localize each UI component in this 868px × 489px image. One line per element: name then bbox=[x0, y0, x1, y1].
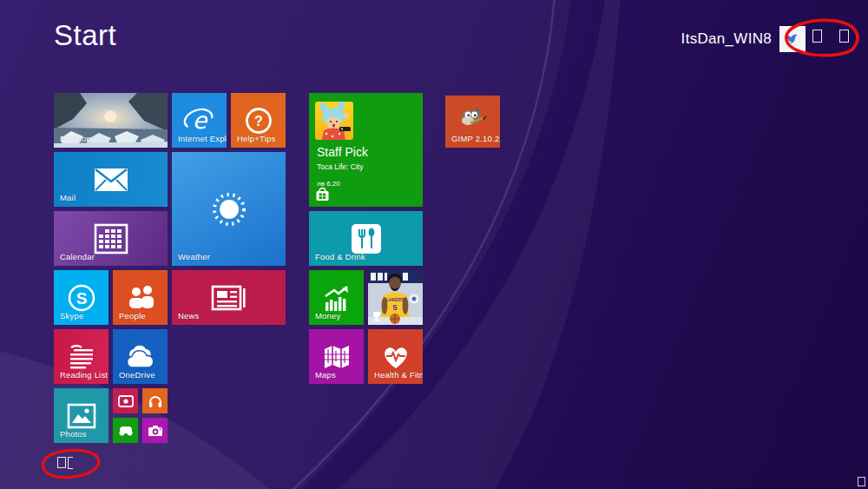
tile-label: Reading List app bbox=[60, 370, 108, 380]
store-app-title: Toca Life: City bbox=[317, 162, 363, 171]
tile-photos[interactable]: Photos bbox=[54, 388, 108, 443]
tile-label: People bbox=[119, 311, 146, 320]
svg-text:?: ? bbox=[254, 114, 263, 129]
tile-label: News bbox=[178, 311, 200, 320]
svg-text:5: 5 bbox=[392, 303, 397, 312]
tile-mail[interactable]: Mail bbox=[54, 152, 168, 207]
down-arrow-glyph-placeholder bbox=[57, 457, 66, 468]
tile-music[interactable] bbox=[142, 388, 168, 413]
tile-label: OneDrive bbox=[119, 370, 155, 380]
tile-games[interactable] bbox=[113, 418, 138, 443]
blue-bird-icon bbox=[783, 30, 802, 49]
money-chart-icon bbox=[321, 283, 352, 313]
tile-money[interactable]: Money bbox=[309, 270, 364, 325]
tile-sports-photo[interactable]: LAKERS 5 bbox=[368, 270, 423, 325]
page-title: Start bbox=[54, 19, 116, 52]
corner-glyph-placeholder bbox=[858, 477, 865, 486]
tile-calendar[interactable]: Calendar bbox=[54, 211, 168, 266]
avatar[interactable] bbox=[779, 26, 806, 52]
tile-label: Weather bbox=[178, 252, 210, 261]
lakers-player-photo: LAKERS 5 bbox=[368, 270, 423, 325]
tile-desktop[interactable]: Desktop bbox=[54, 93, 168, 148]
tile-label: Desktop bbox=[60, 134, 91, 143]
photos-icon bbox=[67, 403, 96, 429]
sun-icon bbox=[205, 185, 253, 234]
fork-spoon-icon bbox=[350, 222, 383, 255]
tile-label: Money bbox=[315, 311, 341, 320]
user-tile-name[interactable]: ItsDan_WIN8 bbox=[681, 30, 772, 48]
tile-store-staff-pick[interactable]: Staff Pick Toca Life: City лв 6.20 bbox=[309, 93, 423, 207]
calendar-icon bbox=[94, 223, 128, 254]
tile-label: Internet Explorer bbox=[178, 134, 227, 143]
headphones-icon bbox=[148, 394, 163, 408]
tile-label: Food & Drink bbox=[315, 252, 365, 261]
glyph-placeholder-bracket bbox=[68, 457, 73, 469]
svg-text:LAKERS: LAKERS bbox=[386, 297, 404, 302]
tile-camera[interactable] bbox=[142, 418, 168, 443]
maps-icon bbox=[321, 343, 352, 371]
power-button[interactable] bbox=[812, 30, 822, 43]
svg-text:S: S bbox=[76, 289, 87, 307]
ie-logo-icon: e bbox=[183, 104, 216, 137]
gimp-wilber-icon bbox=[457, 105, 490, 131]
toca-life-city-artwork bbox=[315, 102, 353, 140]
tile-weather[interactable]: Weather bbox=[172, 152, 286, 266]
mail-envelope-icon bbox=[94, 168, 128, 192]
tile-label: Skype bbox=[60, 311, 83, 320]
store-staff-pick-heading: Staff Pick bbox=[317, 145, 368, 159]
tile-label: Mail bbox=[60, 193, 76, 202]
store-bag-icon bbox=[315, 187, 330, 202]
tile-news[interactable]: News bbox=[172, 270, 286, 325]
reading-list-icon bbox=[66, 343, 97, 371]
search-button[interactable] bbox=[839, 30, 849, 43]
tile-gimp[interactable]: GIMP 2.10.22 bbox=[445, 96, 500, 148]
tile-label: GIMP 2.10.22 bbox=[451, 134, 500, 143]
onedrive-clouds-icon bbox=[123, 345, 158, 369]
tile-onedrive[interactable]: OneDrive bbox=[113, 329, 168, 384]
newspaper-icon bbox=[211, 284, 247, 312]
tile-label: Maps bbox=[315, 370, 336, 380]
tile-label: Photos bbox=[60, 429, 87, 439]
tile-help-tips[interactable]: ? Help+Tips bbox=[231, 93, 286, 148]
heart-pulse-icon bbox=[380, 343, 411, 371]
tile-food-drink[interactable]: Food & Drink bbox=[309, 211, 423, 266]
tile-label: Health & Fitness bbox=[374, 370, 423, 380]
tile-health-fitness[interactable]: Health & Fitness bbox=[368, 329, 423, 384]
tile-video[interactable] bbox=[113, 388, 138, 413]
start-screen: Start ItsDan_WIN8 bbox=[0, 0, 868, 489]
tile-people[interactable]: People bbox=[113, 270, 168, 325]
help-question-icon: ? bbox=[244, 106, 273, 135]
tile-maps[interactable]: Maps bbox=[309, 329, 364, 384]
tile-skype[interactable]: S Skype bbox=[54, 270, 108, 325]
tile-label: Calendar bbox=[60, 252, 95, 261]
video-icon bbox=[118, 395, 134, 407]
people-icon bbox=[125, 284, 156, 312]
tile-internet-explorer[interactable]: e Internet Explorer bbox=[172, 93, 227, 148]
tile-label: Help+Tips bbox=[237, 134, 275, 143]
skype-icon: S bbox=[66, 282, 97, 314]
annotation-circle-bottom-left bbox=[35, 441, 115, 486]
camera-icon bbox=[148, 425, 163, 437]
game-controller-icon bbox=[118, 425, 134, 436]
apps-view-button[interactable] bbox=[57, 457, 73, 469]
tile-reading-list[interactable]: Reading List app bbox=[54, 329, 108, 384]
